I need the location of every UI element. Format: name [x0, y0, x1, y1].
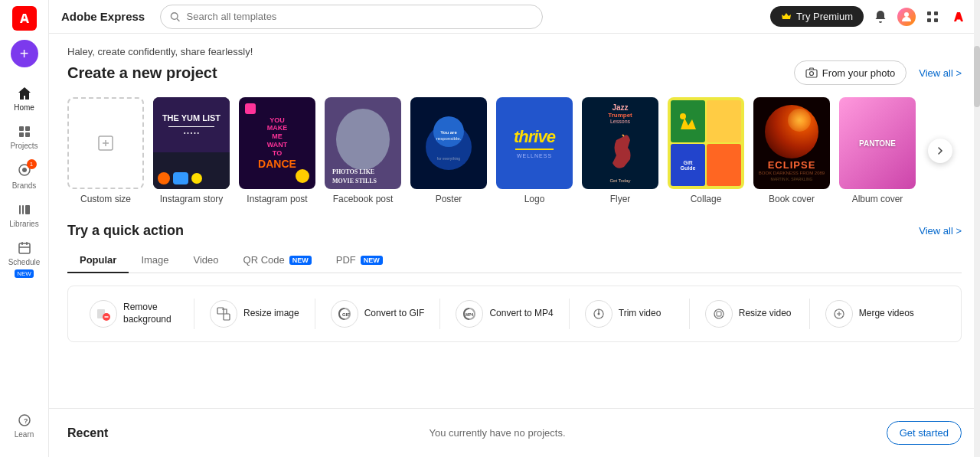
- template-logo[interactable]: thrive WELLNESS Logo: [496, 97, 573, 204]
- svg-point-16: [904, 12, 909, 17]
- custom-size-thumb: [67, 97, 144, 189]
- sidebar-label-home: Home: [14, 103, 34, 112]
- recent-title: Recent: [67, 426, 108, 440]
- template-label: Flyer: [610, 194, 631, 204]
- template-custom-size[interactable]: Custom size: [67, 97, 144, 204]
- crown-icon: [781, 11, 792, 22]
- qa-trim-video[interactable]: Trim video: [576, 295, 683, 332]
- carousel-next-button[interactable]: [928, 139, 952, 163]
- template-label: Poster: [436, 194, 462, 204]
- sidebar-item-schedule[interactable]: Schedule NEW: [0, 234, 48, 284]
- template-poster[interactable]: You are responsible. for everything Post…: [410, 97, 487, 204]
- app-name: Adobe Express: [61, 10, 145, 23]
- template-instagram-post[interactable]: YOU MAKE ME WANT TO DANCE Instagram post: [239, 97, 315, 204]
- collage-thumb: GiftGuide: [668, 97, 744, 189]
- schedule-new-badge: NEW: [15, 269, 34, 278]
- get-started-button[interactable]: Get started: [887, 421, 962, 445]
- topnav: Adobe Express Try Premium: [49, 0, 980, 34]
- quick-actions-list: Removebackground Resize image: [67, 286, 962, 342]
- profile-icon[interactable]: [897, 8, 916, 26]
- flyer-thumb: Jazz Trumpet Lessons Get Today: [582, 97, 658, 189]
- quick-actions-header: Try a quick action View all >: [67, 223, 962, 239]
- qa-icon-trim: [585, 300, 612, 328]
- svg-rect-36: [224, 314, 230, 320]
- svg-text:?: ?: [24, 417, 28, 425]
- template-collage[interactable]: GiftGuide Collage: [668, 97, 744, 204]
- template-album-cover[interactable]: PANTONE Album cover: [839, 97, 916, 204]
- tab-video[interactable]: Video: [181, 248, 231, 273]
- create-title: Create a new project: [67, 64, 217, 82]
- template-flyer[interactable]: Jazz Trumpet Lessons Get Today Flyer: [582, 97, 658, 204]
- svg-rect-5: [19, 205, 21, 214]
- qa-icon-merge: [825, 300, 853, 328]
- qa-resize-video[interactable]: Resize video: [696, 295, 803, 332]
- content-area: Haley, create confidently, share fearles…: [49, 34, 980, 408]
- premium-button[interactable]: Try Premium: [770, 6, 864, 27]
- svg-point-31: [680, 113, 686, 119]
- qa-icon-gif: GIF: [331, 300, 358, 328]
- view-all-templates-link[interactable]: View all >: [919, 67, 962, 79]
- poster-thumb: You are responsible. for everything: [410, 97, 487, 189]
- sidebar-item-libraries[interactable]: Libraries: [0, 196, 48, 234]
- svg-line-15: [177, 18, 179, 21]
- camera-icon: [805, 67, 818, 79]
- template-book-cover[interactable]: ECLIPSE BOOK DARKNESS FROM 2089 MARTIN K…: [753, 97, 830, 204]
- view-all-quick-link[interactable]: View all >: [919, 225, 962, 237]
- tab-pdf[interactable]: PDF NEW: [324, 248, 395, 273]
- qa-convert-gif[interactable]: GIF Convert to GIF: [322, 295, 434, 332]
- tab-qr-code[interactable]: QR Code NEW: [231, 248, 324, 273]
- svg-text:GIF: GIF: [342, 312, 350, 317]
- qa-divider: [569, 299, 570, 329]
- qa-icon-resize-video: [705, 300, 733, 328]
- qa-remove-background[interactable]: Removebackground: [80, 295, 188, 332]
- add-button[interactable]: +: [11, 40, 38, 67]
- qa-resize-image[interactable]: Resize image: [201, 295, 309, 332]
- qa-icon-remove-bg: [90, 300, 117, 328]
- scrollbar-thumb[interactable]: [974, 46, 980, 107]
- qa-label: Trim video: [619, 308, 662, 320]
- sidebar-item-home[interactable]: Home: [0, 80, 48, 118]
- sidebar-label-brands: Brands: [12, 181, 37, 190]
- sidebar-label-schedule: Schedule: [8, 258, 41, 266]
- adobe-icon[interactable]: [949, 8, 968, 26]
- sidebar-item-learn[interactable]: ? Learn: [0, 406, 48, 445]
- qa-merge-videos[interactable]: Merge videos: [816, 295, 923, 332]
- template-instagram-story[interactable]: THE YUM LIST • • • • • Instagram stor: [153, 97, 230, 204]
- main-content: Adobe Express Try Premium: [49, 0, 980, 457]
- svg-point-42: [597, 313, 599, 315]
- search-icon: [170, 11, 180, 22]
- qa-divider: [315, 299, 315, 329]
- template-facebook-post[interactable]: Facebook post: [325, 97, 401, 204]
- search-input[interactable]: [187, 11, 534, 22]
- instagram-post-thumb: YOU MAKE ME WANT TO DANCE: [239, 97, 315, 189]
- tab-popular[interactable]: Popular: [67, 248, 129, 273]
- sidebar-item-brands[interactable]: 1 Brands: [0, 156, 48, 196]
- qa-divider: [194, 299, 194, 329]
- tab-image[interactable]: Image: [129, 248, 181, 273]
- instagram-story-thumb: THE YUM LIST • • • • •: [153, 97, 230, 189]
- qa-divider: [689, 299, 690, 329]
- qa-label: Resize image: [243, 308, 299, 320]
- logo-thumb: thrive WELLNESS: [496, 97, 573, 189]
- grid-icon[interactable]: [923, 8, 942, 26]
- search-bar[interactable]: [160, 5, 543, 29]
- svg-rect-3: [25, 132, 30, 137]
- template-label: Instagram story: [160, 194, 224, 204]
- svg-rect-2: [19, 132, 24, 137]
- svg-point-22: [809, 72, 813, 76]
- from-photo-button[interactable]: From your photo: [794, 60, 906, 85]
- sidebar: + Home Projects 1 Brands: [0, 0, 49, 457]
- scrollbar[interactable]: [974, 0, 980, 457]
- svg-text:MP4: MP4: [466, 312, 474, 317]
- brands-badge: 1: [27, 159, 37, 169]
- notifications-icon[interactable]: [871, 8, 890, 26]
- qa-label: Convert to MP4: [489, 308, 553, 320]
- svg-text:responsible.: responsible.: [436, 136, 462, 141]
- svg-text:You are: You are: [440, 130, 457, 135]
- svg-rect-1: [25, 126, 30, 131]
- qa-label: Merge videos: [859, 308, 914, 320]
- create-section-header: Create a new project From your photo Vie…: [67, 60, 962, 85]
- quick-actions-title: Try a quick action: [67, 223, 184, 239]
- qa-convert-mp4[interactable]: MP4 Convert to MP4: [446, 295, 562, 332]
- sidebar-item-projects[interactable]: Projects: [0, 118, 48, 156]
